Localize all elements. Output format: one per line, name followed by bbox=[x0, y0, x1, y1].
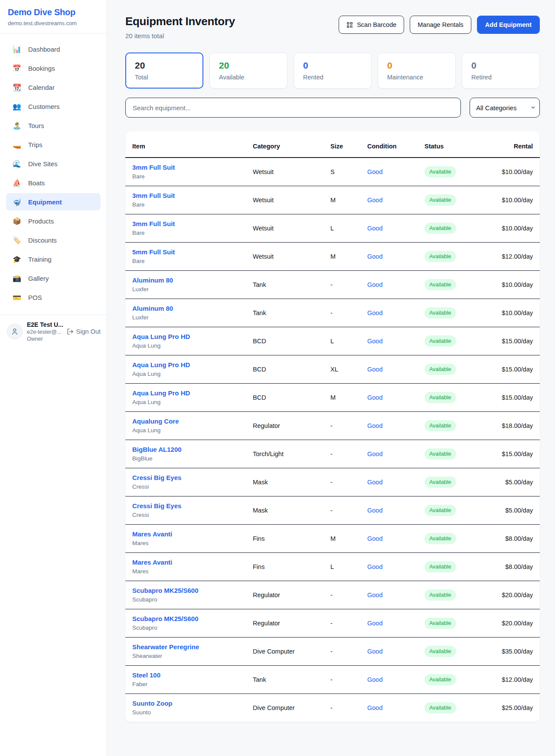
sidebar-item-training[interactable]: 🎓Training bbox=[6, 250, 101, 268]
item-name-link[interactable]: 3mm Full Suit bbox=[132, 192, 253, 199]
status-cell: Available bbox=[424, 468, 481, 496]
category-cell: BCD bbox=[253, 327, 330, 355]
condition-link[interactable]: Good bbox=[367, 281, 382, 288]
condition-link[interactable]: Good bbox=[367, 197, 382, 204]
condition-link[interactable]: Good bbox=[367, 479, 382, 486]
size-cell: - bbox=[330, 581, 367, 609]
item-name-link[interactable]: Suunto Zoop bbox=[132, 700, 253, 707]
item-name-link[interactable]: Aluminum 80 bbox=[132, 276, 253, 284]
category-cell: Tank bbox=[253, 299, 330, 327]
item-name-link[interactable]: Cressi Big Eyes bbox=[132, 474, 253, 481]
condition-cell: Good bbox=[367, 355, 424, 383]
stat-card-total[interactable]: 20Total bbox=[125, 53, 203, 89]
item-name-link[interactable]: Aluminum 80 bbox=[132, 305, 253, 312]
condition-link[interactable]: Good bbox=[367, 676, 382, 683]
user-info: E2E Test U... e2e-tester@... Owner bbox=[27, 321, 62, 342]
item-name-link[interactable]: Mares Avanti bbox=[132, 530, 253, 538]
item-cell: 3mm Full SuitBare bbox=[125, 214, 253, 242]
sidebar-item-gallery[interactable]: 📸Gallery bbox=[6, 270, 101, 287]
brand-title[interactable]: Demo Dive Shop bbox=[8, 7, 99, 17]
sidebar-item-dashboard[interactable]: 📊Dashboard bbox=[6, 40, 101, 58]
table-row: Mares AvantiMaresFinsMGoodAvailable$8.00… bbox=[125, 524, 540, 552]
condition-link[interactable]: Good bbox=[367, 507, 382, 514]
condition-link[interactable]: Good bbox=[367, 592, 382, 598]
avatar bbox=[7, 324, 23, 339]
item-name-link[interactable]: Cressi Big Eyes bbox=[132, 502, 253, 509]
item-name-link[interactable]: Aqualung Core bbox=[132, 417, 253, 425]
stat-card-retired[interactable]: 0Retired bbox=[462, 53, 540, 89]
sidebar-item-discounts[interactable]: 🏷️Discounts bbox=[6, 231, 101, 249]
condition-link[interactable]: Good bbox=[367, 338, 382, 345]
item-name-link[interactable]: 3mm Full Suit bbox=[132, 220, 253, 227]
manage-rentals-button[interactable]: Manage Rentals bbox=[410, 16, 471, 34]
stat-card-rented[interactable]: 0Rented bbox=[294, 53, 372, 89]
condition-link[interactable]: Good bbox=[367, 253, 382, 260]
rental-rate-cell: $15.00/day bbox=[481, 440, 540, 468]
item-name-link[interactable]: 5mm Full Suit bbox=[132, 248, 253, 256]
item-brand: Cressi bbox=[132, 512, 253, 518]
category-cell: Fins bbox=[253, 552, 330, 581]
sidebar-item-boats[interactable]: ⛵Boats bbox=[6, 174, 101, 191]
condition-link[interactable]: Good bbox=[367, 225, 382, 232]
condition-link[interactable]: Good bbox=[367, 422, 382, 429]
rental-rate-cell: $10.00/day bbox=[481, 270, 540, 299]
speedboat-icon: 🚤 bbox=[12, 141, 22, 149]
condition-link[interactable]: Good bbox=[367, 450, 382, 457]
status-cell: Available bbox=[424, 609, 481, 637]
status-cell: Available bbox=[424, 270, 481, 299]
sidebar-item-bookings[interactable]: 📅Bookings bbox=[6, 59, 101, 77]
condition-link[interactable]: Good bbox=[367, 563, 382, 570]
search-input[interactable] bbox=[125, 98, 461, 118]
item-name-link[interactable]: 3mm Full Suit bbox=[132, 164, 253, 171]
item-name-link[interactable]: Shearwater Peregrine bbox=[132, 643, 253, 651]
condition-link[interactable]: Good bbox=[367, 648, 382, 655]
sign-out-button[interactable]: Sign Out bbox=[67, 328, 101, 335]
scan-barcode-button[interactable]: Scan Barcode bbox=[339, 16, 404, 34]
sidebar-item-calendar[interactable]: 📆Calendar bbox=[6, 79, 101, 96]
condition-link[interactable]: Good bbox=[367, 366, 382, 373]
condition-link[interactable]: Good bbox=[367, 394, 382, 401]
sidebar-item-equipment[interactable]: 🤿Equipment bbox=[6, 193, 101, 210]
sidebar-item-tours[interactable]: 🏝️Tours bbox=[6, 117, 101, 134]
item-name-link[interactable]: BigBlue AL1200 bbox=[132, 446, 253, 453]
size-cell: - bbox=[330, 496, 367, 524]
item-brand: Aqua Lung bbox=[132, 427, 253, 434]
tear-off-calendar-icon: 📆 bbox=[12, 83, 22, 92]
item-name-link[interactable]: Aqua Lung Pro HD bbox=[132, 333, 253, 340]
category-cell: Regulator bbox=[253, 609, 330, 637]
item-name-link[interactable]: Mares Avanti bbox=[132, 559, 253, 566]
add-equipment-button[interactable]: Add Equipment bbox=[477, 16, 540, 34]
status-badge: Available bbox=[424, 279, 456, 290]
sidebar-item-dive-sites[interactable]: 🌊Dive Sites bbox=[6, 155, 101, 172]
sidebar-item-products[interactable]: 📦Products bbox=[6, 212, 101, 230]
condition-link[interactable]: Good bbox=[367, 704, 382, 711]
condition-link[interactable]: Good bbox=[367, 309, 382, 316]
status-badge: Available bbox=[424, 364, 456, 375]
condition-link[interactable]: Good bbox=[367, 168, 382, 175]
item-name-link[interactable]: Steel 100 bbox=[132, 671, 253, 679]
stat-card-available[interactable]: 20Available bbox=[209, 53, 287, 89]
sidebar-item-label: Tours bbox=[28, 122, 44, 129]
filter-row: All Categories bbox=[125, 98, 540, 118]
category-select[interactable]: All Categories bbox=[470, 98, 540, 118]
item-name-link[interactable]: Aqua Lung Pro HD bbox=[132, 389, 253, 397]
condition-link[interactable]: Good bbox=[367, 535, 382, 542]
rental-rate-cell: $25.00/day bbox=[481, 694, 540, 722]
category-cell: Wetsuit bbox=[253, 158, 330, 186]
item-name-link[interactable]: Scubapro MK25/S600 bbox=[132, 615, 253, 622]
sidebar-item-pos[interactable]: 💳POS bbox=[6, 289, 101, 306]
status-cell: Available bbox=[424, 383, 481, 411]
item-brand: Bare bbox=[132, 201, 253, 208]
status-badge: Available bbox=[424, 646, 456, 657]
size-cell: - bbox=[330, 694, 367, 722]
category-cell: Mask bbox=[253, 496, 330, 524]
item-cell: 5mm Full SuitBare bbox=[125, 242, 253, 270]
category-cell: Tank bbox=[253, 665, 330, 694]
sidebar-item-customers[interactable]: 👥Customers bbox=[6, 98, 101, 115]
item-name-link[interactable]: Scubapro MK25/S600 bbox=[132, 587, 253, 594]
stat-card-maintenance[interactable]: 0Maintenance bbox=[378, 53, 456, 89]
sidebar-item-trips[interactable]: 🚤Trips bbox=[6, 136, 101, 153]
item-name-link[interactable]: Aqua Lung Pro HD bbox=[132, 361, 253, 368]
item-cell: Suunto ZoopSuunto bbox=[125, 694, 253, 722]
condition-link[interactable]: Good bbox=[367, 620, 382, 627]
